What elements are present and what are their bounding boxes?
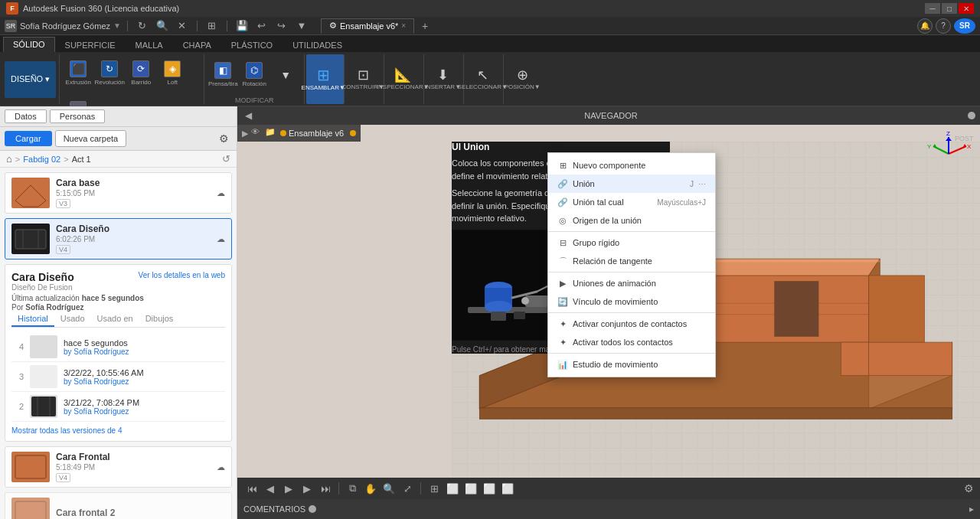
notifications-button[interactable]: 🔔 xyxy=(917,18,933,34)
view-render1-button[interactable]: ⬜ xyxy=(444,480,461,497)
minimize-button[interactable]: ─ xyxy=(925,3,940,14)
save-button[interactable]: 💾 xyxy=(234,19,250,33)
user-avatar-circle[interactable]: SR xyxy=(954,18,975,34)
posicion-main-btn[interactable]: ⊕ POSICIÓN▼ xyxy=(507,61,537,98)
insertar-main-btn[interactable]: ⬇ INSERTAR▼ xyxy=(427,61,458,98)
comments-expand-icon[interactable]: ▸ xyxy=(969,504,974,514)
next-frame-button[interactable]: ▶ xyxy=(299,480,315,497)
redo-button[interactable]: ↪ xyxy=(273,19,290,33)
show-versions-link[interactable]: Mostrar todas las versiones de 4 xyxy=(11,426,225,435)
tab-malla[interactable]: MALLA xyxy=(126,37,173,52)
tree-arrow-icon[interactable]: ▶ xyxy=(242,129,248,139)
design-dropdown-button[interactable]: DISEÑO ▾ xyxy=(5,61,56,98)
tab-plastico[interactable]: PLÁSTICO xyxy=(221,37,283,52)
breadcrumb-fabdig[interactable]: Fabdig 02 xyxy=(23,155,60,164)
view-fit-button[interactable]: ⤢ xyxy=(399,480,416,497)
uniones-animacion-icon: ▶ xyxy=(557,278,568,289)
detail-web-link[interactable]: Ver los detalles en la web xyxy=(139,271,225,279)
viewport-settings-button[interactable]: ⚙ xyxy=(957,478,980,499)
help-button[interactable]: ? xyxy=(936,18,951,34)
menu-union-tal-cual[interactable]: 🔗 Unión tal cual Mayúsculas+J xyxy=(548,193,715,211)
add-tab-button[interactable]: + xyxy=(417,18,433,34)
file-card-cara-frontal[interactable]: Cara Frontal 5:18:49 PM V4 ☁ xyxy=(5,446,232,488)
crear-revolucion-btn[interactable]: ↻ Revolución xyxy=(94,54,125,91)
menu-activar-conjuntos[interactable]: ✦ Activar conjuntos de contactos xyxy=(548,315,715,333)
datos-tab[interactable]: Datos xyxy=(5,109,47,123)
crear-loft-btn[interactable]: ◈ Loft xyxy=(157,54,188,91)
menu-uniones-animacion[interactable]: ▶ Uniones de animación xyxy=(548,274,715,292)
tab-utilidades[interactable]: UTILIDADES xyxy=(283,37,352,52)
history-info-4: hace 5 segundos by Sofía Rodríguez xyxy=(64,338,225,356)
navigator-dot[interactable] xyxy=(968,112,975,119)
tab-dibujos[interactable]: Dibujos xyxy=(139,312,180,327)
tab-usado[interactable]: Usado xyxy=(54,312,91,327)
menu-estudio-movimiento[interactable]: 📊 Estudio de movimiento xyxy=(548,355,715,374)
inspeccionar-main-btn[interactable]: 📐 INSPECCIONAR▼ xyxy=(387,61,418,98)
eye-icon[interactable]: 👁 xyxy=(251,127,263,139)
folder-icon[interactable]: 📁 xyxy=(265,127,277,139)
search-button[interactable]: 🔍 xyxy=(154,19,171,33)
menu-relacion-tangente[interactable]: ⌒ Relación de tangente xyxy=(548,252,715,270)
view-cube[interactable]: POSTERIOR X Y Z xyxy=(924,129,974,179)
breadcrumb-reload-icon[interactable]: ↺ xyxy=(222,153,230,165)
ensamblar-main-btn[interactable]: ⊞ ENSAMBLAR▼ xyxy=(308,61,338,98)
user-info[interactable]: SR Sofía Rodríguez Gómez ▼ xyxy=(5,20,121,32)
relacion-tangente-icon: ⌒ xyxy=(557,256,568,266)
view-orbit-button[interactable]: ⧉ xyxy=(344,480,361,497)
skip-start-button[interactable]: ⏮ xyxy=(243,480,260,497)
tab-historial[interactable]: Historial xyxy=(11,312,54,327)
navigator-back-button[interactable]: ◀ xyxy=(242,109,254,122)
file-card-cara-diseno[interactable]: Cara Diseño 6:02:26 PM V4 ☁ xyxy=(5,218,232,260)
undo-button[interactable]: ↩ xyxy=(253,19,270,33)
seleccionar-main-btn[interactable]: ↖ SELECCIONAR▼ xyxy=(467,61,498,98)
modificar-mas-btn[interactable]: ▼ xyxy=(270,57,301,93)
ribbon-group-crear: ⬛ Extrusión ↻ Revolución ⟳ Barrido ◈ Lof… xyxy=(61,54,204,104)
menu-grupo-rigido[interactable]: ⊟ Grupo rígido xyxy=(548,233,715,252)
menu-origen-union[interactable]: ◎ Origen de la unión xyxy=(548,211,715,230)
tab-solido[interactable]: SÓLIDO xyxy=(3,37,55,52)
nueva-carpeta-button[interactable]: Nueva carpeta xyxy=(55,130,127,147)
tab-usado-en[interactable]: Usado en xyxy=(91,312,139,327)
modificar-btn1[interactable]: ◧ Prensa/tira xyxy=(207,57,238,93)
breadcrumb-home-icon[interactable]: ⌂ xyxy=(6,153,12,165)
menu-vinculo-movimiento[interactable]: 🔄 Vínculo de movimiento xyxy=(548,292,715,311)
vinculo-movimiento-icon: 🔄 xyxy=(557,296,568,307)
close-button[interactable]: ✕ xyxy=(959,3,974,14)
construir-icon: ⊡ xyxy=(358,68,369,82)
tab-superficie[interactable]: SUPERFICIE xyxy=(55,37,126,52)
file-tab-ensamblaje[interactable]: ⚙ Ensamblaje v6* × xyxy=(321,18,414,34)
crear-extrusion-btn[interactable]: ⬛ Extrusión xyxy=(63,54,93,91)
view-pan-button[interactable]: ✋ xyxy=(362,480,379,497)
file-tab-close[interactable]: × xyxy=(401,21,406,30)
apps-grid-button[interactable]: ⊞ xyxy=(204,19,220,33)
panel-tabs: Datos Personas xyxy=(0,106,237,127)
refresh-button[interactable]: ↻ xyxy=(134,19,151,33)
menu-union[interactable]: 🔗 Unión J ⋯ xyxy=(548,175,715,193)
view-render4-button[interactable]: ⬜ xyxy=(499,480,516,497)
skip-end-button[interactable]: ⏭ xyxy=(317,480,334,497)
file-card-cara-base[interactable]: Cara base 5:15:05 PM V3 ☁ xyxy=(5,172,232,214)
personas-tab[interactable]: Personas xyxy=(50,109,105,123)
view-render2-button[interactable]: ⬜ xyxy=(462,480,479,497)
file-card-cara-frontal-2[interactable]: Cara frontal 2 xyxy=(5,492,232,519)
view-grid-button[interactable]: ⊞ xyxy=(426,480,443,497)
more-arrows-button[interactable]: ▼ xyxy=(293,19,310,33)
menu-nuevo-componente[interactable]: ⊞ Nuevo componente xyxy=(548,156,715,175)
close-panel-button[interactable]: ✕ xyxy=(174,19,191,33)
panel-settings-button[interactable]: ⚙ xyxy=(215,130,232,147)
modificar-btn2[interactable]: ⌬ Rotación xyxy=(239,57,270,93)
history-num-2: 2 xyxy=(11,402,24,411)
comments-dot[interactable] xyxy=(309,505,316,513)
prev-frame-button[interactable]: ◀ xyxy=(262,480,279,497)
view-render3-button[interactable]: ⬜ xyxy=(481,480,498,497)
maximize-button[interactable]: □ xyxy=(942,3,957,14)
cara-diseno-name: Cara Diseño xyxy=(56,224,211,234)
menu-activar-todos-contactos[interactable]: ✦ Activar todos los contactos xyxy=(548,333,715,351)
view-zoom-button[interactable]: 🔍 xyxy=(381,480,397,497)
cargar-button[interactable]: Cargar xyxy=(5,131,52,146)
crear-barrido-btn[interactable]: ⟳ Barrido xyxy=(126,54,156,91)
tab-chapa[interactable]: CHAPA xyxy=(173,37,221,52)
play-button[interactable]: ▶ xyxy=(280,480,297,497)
construir-main-btn[interactable]: ⊡ CONSTRUIR▼ xyxy=(348,61,378,98)
cara-diseno-time: 6:02:26 PM xyxy=(56,235,211,243)
